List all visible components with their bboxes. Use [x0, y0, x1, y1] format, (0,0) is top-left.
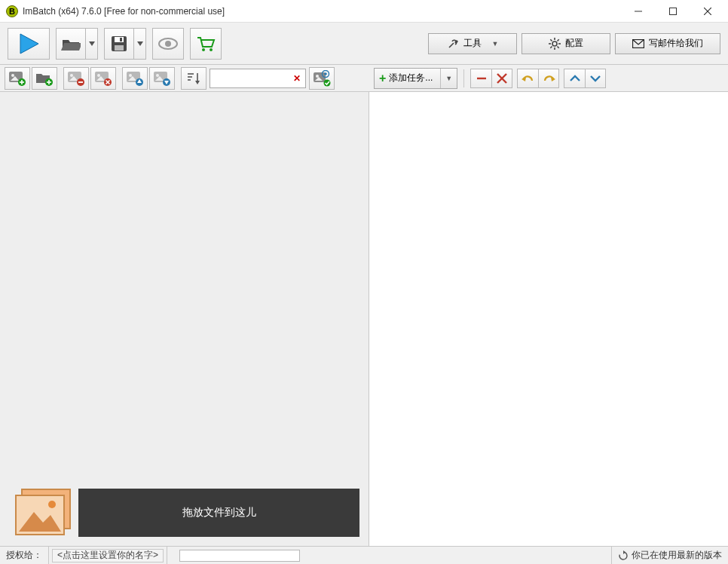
svg-point-15	[552, 41, 557, 46]
open-dropdown[interactable]	[86, 28, 98, 60]
image-down-icon	[153, 71, 171, 86]
close-icon	[704, 8, 711, 15]
image-gear-check-icon	[313, 70, 331, 87]
save-button[interactable]	[104, 28, 134, 60]
svg-point-51	[156, 74, 159, 77]
progress-bar	[179, 550, 300, 562]
svg-line-21	[558, 46, 559, 48]
svg-rect-7	[115, 37, 124, 42]
svg-point-26	[11, 74, 14, 77]
chevron-down-icon	[589, 74, 601, 83]
move-down-button[interactable]	[585, 69, 606, 88]
add-task-label: 添加任务...	[389, 72, 433, 84]
gear-icon	[549, 38, 561, 50]
picture-icon	[11, 480, 76, 539]
status-bar: 授权给： <点击这里设置你的名字> 你已在使用最新的版本	[0, 546, 728, 564]
eye-icon	[158, 37, 179, 51]
sort-icon	[186, 72, 201, 85]
image-down-button[interactable]	[149, 67, 175, 90]
email-us-button[interactable]: 写邮件给我们	[615, 33, 720, 54]
svg-point-40	[97, 74, 100, 77]
svg-rect-1	[670, 8, 677, 14]
content-area: 拖放文件到这儿	[0, 92, 728, 546]
add-folder-button[interactable]	[32, 67, 57, 90]
image-up-button[interactable]	[122, 67, 148, 90]
chevron-up-icon	[569, 74, 581, 83]
minimize-icon	[635, 8, 642, 15]
close-button[interactable]	[690, 0, 725, 23]
clear-filter-icon[interactable]: ✕	[292, 73, 302, 84]
task-list-canvas[interactable]	[369, 92, 728, 546]
svg-point-14	[210, 48, 213, 51]
x-icon	[497, 73, 507, 84]
drop-hint-banner: 拖放文件到这儿	[9, 489, 359, 537]
maximize-icon	[669, 8, 677, 15]
move-up-button[interactable]	[564, 69, 585, 88]
minimize-button[interactable]	[621, 0, 656, 23]
svg-marker-59	[195, 81, 200, 84]
delete-task-button[interactable]	[491, 69, 512, 88]
svg-line-20	[550, 39, 552, 41]
task-list-pane[interactable]	[369, 92, 728, 546]
svg-line-22	[558, 39, 559, 41]
add-image-button[interactable]	[5, 67, 30, 90]
redo-icon	[542, 73, 555, 84]
window-title: ImBatch (x64) 7.6.0 [Free for non-commer…	[23, 6, 621, 17]
version-cell: 你已在使用最新的版本	[612, 547, 728, 564]
add-task-button[interactable]: + 添加任务... ▼	[374, 68, 457, 89]
cart-icon	[196, 35, 216, 52]
svg-rect-9	[120, 38, 122, 41]
play-icon	[17, 32, 40, 55]
open-split-button[interactable]	[56, 28, 98, 60]
image-add-icon	[8, 71, 26, 86]
minus-icon	[476, 72, 488, 84]
image-list-pane[interactable]: 拖放文件到这儿	[0, 92, 369, 546]
left-toolbar: ✕	[0, 65, 369, 92]
svg-point-13	[202, 48, 205, 51]
set-name-link[interactable]: <点击这里设置你的名字>	[52, 549, 164, 562]
image-list-canvas[interactable]	[0, 92, 369, 546]
drop-hint-text: 拖放文件到这儿	[78, 489, 359, 537]
refresh-icon	[618, 550, 629, 561]
folder-open-icon	[61, 35, 81, 52]
open-button[interactable]	[56, 28, 86, 60]
save-split-button[interactable]	[104, 28, 146, 60]
svg-point-61	[316, 75, 319, 78]
preview-button[interactable]	[152, 28, 184, 60]
chevron-down-icon	[89, 41, 95, 46]
drop-hint-image	[9, 480, 78, 540]
filter-box[interactable]: ✕	[210, 69, 306, 88]
chevron-down-icon	[137, 41, 143, 46]
tools-icon	[447, 38, 459, 50]
config-button[interactable]: 配置	[522, 33, 610, 54]
redo-button[interactable]	[538, 69, 559, 88]
svg-point-35	[70, 74, 73, 77]
store-button[interactable]	[190, 28, 222, 60]
image-clear-icon	[94, 71, 112, 86]
sort-button[interactable]	[181, 67, 206, 90]
folder-add-icon	[35, 71, 54, 86]
run-button[interactable]	[8, 28, 50, 60]
remove-image-button[interactable]	[63, 67, 89, 90]
svg-point-46	[129, 74, 132, 77]
svg-line-23	[550, 46, 552, 48]
tools-label: 工具	[463, 37, 482, 50]
svg-marker-75	[623, 550, 626, 554]
image-up-icon	[126, 71, 144, 86]
save-icon	[110, 35, 128, 53]
apply-filter-button[interactable]	[309, 67, 335, 90]
mail-icon	[632, 39, 644, 48]
remove-task-button[interactable]	[470, 69, 491, 88]
plus-icon: +	[379, 72, 386, 85]
svg-marker-10	[137, 41, 143, 46]
filter-input[interactable]	[213, 71, 292, 86]
license-name-cell: <点击这里设置你的名字>	[49, 547, 167, 564]
undo-button[interactable]	[517, 69, 538, 88]
secondary-toolbar: ✕ + 添加任务... ▼	[0, 65, 728, 92]
svg-point-12	[165, 41, 171, 47]
maximize-button[interactable]	[656, 0, 690, 23]
undo-icon	[522, 73, 535, 84]
clear-images-button[interactable]	[90, 67, 116, 90]
save-dropdown[interactable]	[134, 28, 146, 60]
tools-menu-button[interactable]: 工具 ▼	[428, 33, 517, 54]
